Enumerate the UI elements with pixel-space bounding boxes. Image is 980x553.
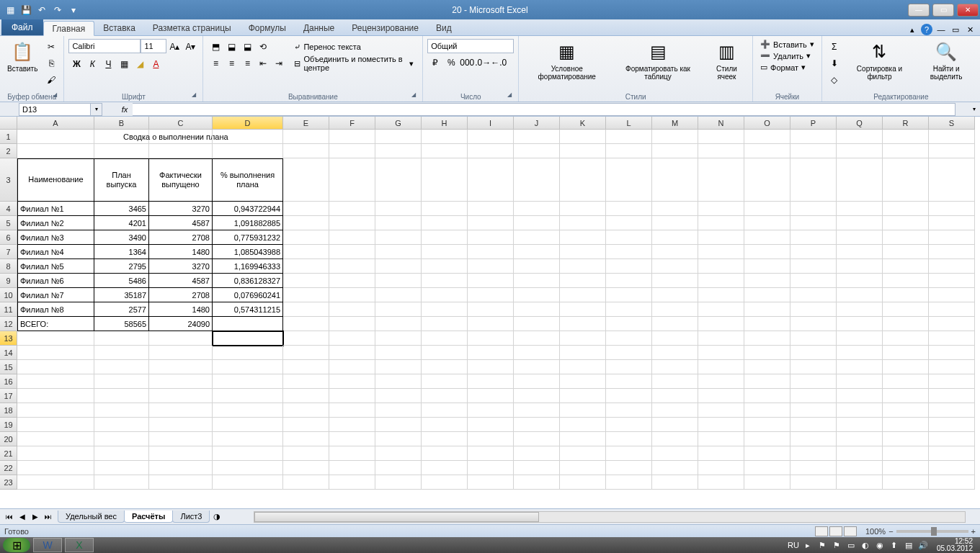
- cell[interactable]: [468, 274, 514, 288]
- cell[interactable]: [744, 230, 790, 245]
- delete-cells-button[interactable]: ➖Удалить▾: [757, 50, 814, 61]
- cell[interactable]: [698, 158, 744, 202]
- cell[interactable]: [560, 446, 606, 461]
- cell[interactable]: [560, 259, 606, 274]
- cell[interactable]: [837, 158, 883, 202]
- cell[interactable]: [422, 461, 468, 475]
- cell[interactable]: [514, 446, 560, 461]
- cell[interactable]: [652, 418, 698, 432]
- cell[interactable]: 3270: [149, 259, 213, 274]
- cell[interactable]: [283, 245, 329, 259]
- cell[interactable]: [883, 158, 929, 202]
- cell[interactable]: [17, 461, 94, 475]
- cell[interactable]: [468, 446, 514, 461]
- cell[interactable]: [744, 288, 790, 302]
- cell[interactable]: Филиал №2: [17, 216, 94, 230]
- increase-decimal-icon[interactable]: .0→: [475, 55, 491, 71]
- cell[interactable]: [744, 245, 790, 259]
- cell[interactable]: [149, 346, 213, 360]
- cell[interactable]: [422, 317, 468, 331]
- insert-cells-button[interactable]: ➕Вставить▾: [757, 39, 817, 50]
- cell[interactable]: [837, 389, 883, 403]
- cell[interactable]: [94, 360, 149, 374]
- number-format-select[interactable]: [427, 39, 514, 53]
- cell[interactable]: [698, 475, 744, 490]
- cell[interactable]: [283, 374, 329, 389]
- cell[interactable]: [17, 475, 94, 490]
- cell[interactable]: [837, 317, 883, 331]
- cell[interactable]: [422, 158, 468, 202]
- cell[interactable]: [929, 158, 975, 202]
- cell[interactable]: [468, 475, 514, 490]
- cell[interactable]: [213, 130, 283, 144]
- cell[interactable]: [213, 144, 283, 158]
- cell[interactable]: [17, 360, 94, 374]
- percent-icon[interactable]: %: [443, 55, 459, 71]
- cell[interactable]: [606, 360, 652, 374]
- cell[interactable]: [606, 288, 652, 302]
- cell[interactable]: [883, 144, 929, 158]
- cell[interactable]: [560, 389, 606, 403]
- cell[interactable]: [468, 403, 514, 418]
- cell[interactable]: [422, 216, 468, 230]
- cell[interactable]: [606, 259, 652, 274]
- cell[interactable]: Фактически выпущено: [149, 158, 213, 202]
- cell[interactable]: [744, 317, 790, 331]
- cell[interactable]: [883, 374, 929, 389]
- workbook-restore-icon[interactable]: ▭: [950, 24, 961, 35]
- row-header[interactable]: 20: [0, 432, 17, 446]
- cell[interactable]: [283, 360, 329, 374]
- cell-styles-button[interactable]: ▥Стили ячеек: [705, 39, 748, 82]
- cell[interactable]: [468, 130, 514, 144]
- cell[interactable]: [560, 302, 606, 317]
- cell[interactable]: [94, 374, 149, 389]
- cell[interactable]: [606, 446, 652, 461]
- cell[interactable]: [652, 302, 698, 317]
- cell[interactable]: [698, 130, 744, 144]
- cell[interactable]: 0,076960241: [213, 288, 283, 302]
- cell[interactable]: [514, 144, 560, 158]
- cell[interactable]: [213, 403, 283, 418]
- row-header[interactable]: 22: [0, 461, 17, 475]
- cell[interactable]: [744, 158, 790, 202]
- cell[interactable]: [283, 230, 329, 245]
- cell[interactable]: [606, 389, 652, 403]
- zoom-level[interactable]: 100%: [865, 527, 886, 536]
- tab-insert[interactable]: Вставка: [94, 20, 144, 35]
- cell[interactable]: [652, 475, 698, 490]
- decrease-font-icon[interactable]: A▾: [182, 39, 198, 55]
- cell[interactable]: [883, 418, 929, 432]
- cell[interactable]: [329, 418, 375, 432]
- cell[interactable]: [422, 130, 468, 144]
- cell[interactable]: [375, 346, 422, 360]
- cell[interactable]: [329, 346, 375, 360]
- cell[interactable]: [929, 259, 975, 274]
- cell[interactable]: [744, 475, 790, 490]
- cell[interactable]: [698, 230, 744, 245]
- cell[interactable]: [652, 446, 698, 461]
- cell[interactable]: [883, 346, 929, 360]
- cell[interactable]: [744, 418, 790, 432]
- cell[interactable]: [329, 144, 375, 158]
- cell[interactable]: [652, 317, 698, 331]
- cell[interactable]: [744, 130, 790, 144]
- row-header[interactable]: 1: [0, 130, 17, 144]
- cell[interactable]: Филиал №6: [17, 274, 94, 288]
- row-header[interactable]: 19: [0, 418, 17, 432]
- cell[interactable]: [422, 245, 468, 259]
- cell[interactable]: % выполнения плана: [213, 158, 283, 202]
- tray-icon[interactable]: ◉: [875, 540, 885, 550]
- cell[interactable]: [329, 317, 375, 331]
- cell[interactable]: [883, 302, 929, 317]
- row-header[interactable]: 23: [0, 475, 17, 490]
- help-icon[interactable]: ?: [921, 24, 932, 35]
- cell[interactable]: [468, 158, 514, 202]
- cell[interactable]: [283, 317, 329, 331]
- cell[interactable]: [17, 346, 94, 360]
- cell[interactable]: [329, 216, 375, 230]
- cell[interactable]: [560, 274, 606, 288]
- cell[interactable]: [790, 360, 837, 374]
- close-button[interactable]: ✕: [957, 4, 979, 17]
- column-header[interactable]: B: [94, 117, 149, 130]
- fill-color-icon[interactable]: ◢: [132, 56, 148, 72]
